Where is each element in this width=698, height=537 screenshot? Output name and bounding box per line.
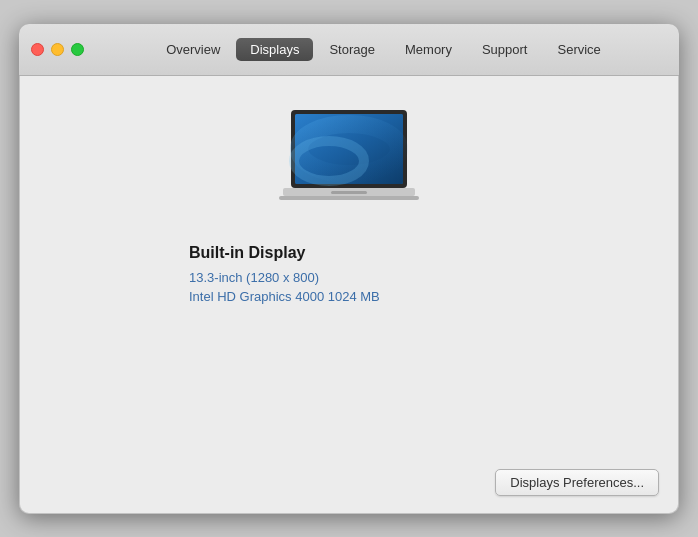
minimize-button[interactable] [51,43,64,56]
display-title: Built-in Display [189,244,509,262]
svg-rect-7 [331,191,367,194]
main-window: Overview Displays Storage Memory Support… [19,24,679,514]
tab-service[interactable]: Service [544,38,615,61]
displays-preferences-button[interactable]: Displays Preferences... [495,469,659,496]
content-area: Built-in Display 13.3-inch (1280 x 800) … [19,76,679,457]
tab-memory[interactable]: Memory [391,38,466,61]
close-button[interactable] [31,43,44,56]
titlebar: Overview Displays Storage Memory Support… [19,24,679,76]
tab-bar: Overview Displays Storage Memory Support… [100,38,667,61]
svg-rect-6 [279,196,419,200]
tab-support[interactable]: Support [468,38,542,61]
maximize-button[interactable] [71,43,84,56]
display-info: Built-in Display 13.3-inch (1280 x 800) … [189,244,509,304]
display-gpu: Intel HD Graphics 4000 1024 MB [189,289,509,304]
tab-storage[interactable]: Storage [315,38,389,61]
bottom-bar: Displays Preferences... [19,457,679,514]
tab-displays[interactable]: Displays [236,38,313,61]
tab-overview[interactable]: Overview [152,38,234,61]
traffic-lights [31,43,84,56]
display-resolution: 13.3-inch (1280 x 800) [189,270,509,285]
laptop-image [269,106,429,216]
